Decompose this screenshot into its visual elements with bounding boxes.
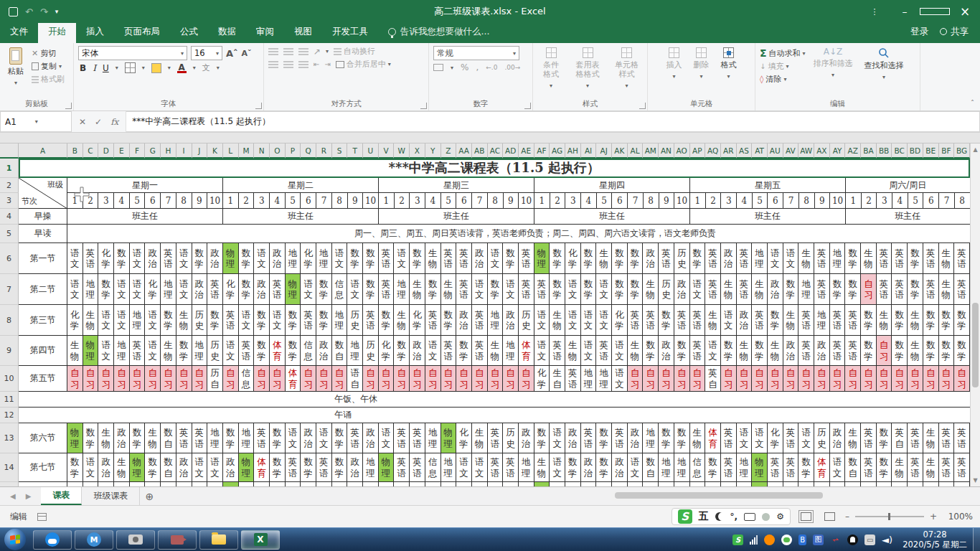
schedule-cell[interactable]: 数 学 — [643, 336, 659, 366]
column-header-AJ[interactable]: AJ — [596, 143, 612, 159]
ribbon-tab-开发工具[interactable]: 开发工具 — [322, 22, 378, 43]
cell-styles-button[interactable]: 单元格样式▾ — [611, 46, 643, 99]
schedule-cell[interactable]: 政 治 — [565, 423, 581, 453]
schedule-cell[interactable]: 体 育 — [270, 336, 286, 366]
schedule-cell[interactable]: 地 理 — [643, 423, 659, 453]
schedule-cell[interactable]: 地 理 — [737, 453, 753, 482]
zoom-percentage[interactable]: 100% — [943, 512, 973, 522]
schedule-cell[interactable]: 语 文 — [332, 243, 348, 274]
period-label[interactable]: 第三节 — [19, 305, 67, 336]
schedule-cell[interactable]: 英 语 — [752, 305, 768, 336]
schedule-cell[interactable]: 自 习 — [768, 366, 783, 392]
schedule-cell[interactable]: 语 文 — [145, 336, 161, 366]
horizontal-scrollbar[interactable] — [611, 491, 970, 501]
column-header-AQ[interactable]: AQ — [705, 143, 721, 159]
schedule-cell[interactable]: 信 息 — [301, 336, 316, 366]
schedule-cell[interactable]: 数 学 — [628, 274, 644, 305]
schedule-cell[interactable]: 语 文 — [301, 274, 316, 305]
schedule-cell[interactable]: 地 理 — [83, 274, 99, 305]
schedule-cell[interactable]: 英 语 — [768, 453, 783, 482]
schedule-cell[interactable]: 自 习 — [379, 366, 395, 392]
horizontal-scroll-thumb[interactable] — [615, 492, 823, 499]
corner-class-period-cell[interactable]: 班级节次 — [19, 178, 67, 209]
scroll-up-icon[interactable]: ▲ — [971, 143, 980, 153]
column-header-AX[interactable]: AX — [814, 143, 830, 159]
network-signal-icon[interactable] — [750, 535, 758, 545]
schedule-cell[interactable]: 信 息 — [425, 453, 441, 482]
schedule-cell[interactable]: 地 理 — [192, 336, 208, 366]
schedule-cell[interactable]: 英 语 — [954, 423, 970, 453]
period-number[interactable]: 2 — [550, 193, 566, 209]
schedule-cell[interactable]: 英 语 — [830, 305, 846, 336]
lunch-row[interactable]: 午饭、午休 — [19, 392, 970, 408]
confirm-entry-icon[interactable]: ✓ — [95, 117, 102, 127]
schedule-cell[interactable]: 地 理 — [488, 305, 504, 336]
schedule-cell[interactable]: 英 语 — [939, 423, 955, 453]
schedule-cell[interactable]: 自 习 — [628, 366, 644, 392]
increase-font-icon[interactable]: Aˆ — [226, 48, 238, 59]
schedule-cell[interactable]: 语 文 — [705, 336, 721, 366]
schedule-cell[interactable]: 语 文 — [721, 305, 737, 336]
schedule-cell[interactable]: 化 学 — [301, 243, 316, 274]
schedule-cell[interactable]: 英 语 — [954, 243, 970, 274]
period-number[interactable]: 4 — [270, 193, 286, 209]
schedule-cell[interactable]: 地 理 — [503, 336, 519, 366]
schedule-cell[interactable]: 英 语 — [410, 423, 425, 453]
schedule-cell[interactable]: 政 治 — [223, 453, 239, 482]
prev-sheet-icon[interactable]: ◀ — [10, 492, 16, 500]
ime-punct-icon[interactable]: °, — [730, 512, 738, 522]
new-sheet-button[interactable]: ⊕ — [140, 487, 159, 505]
schedule-cell[interactable]: 英 语 — [176, 423, 192, 453]
schedule-cell[interactable]: 地 理 — [332, 305, 348, 336]
schedule-cell[interactable]: 自 习 — [176, 366, 192, 392]
schedule-cell[interactable]: 数 学 — [254, 305, 270, 336]
schedule-cell[interactable]: 自 习 — [923, 366, 939, 392]
period-number[interactable]: 2 — [83, 193, 99, 209]
period-number[interactable]: 4 — [581, 193, 597, 209]
schedule-cell[interactable]: 数 学 — [612, 243, 628, 274]
schedule-cell[interactable]: 自 习 — [161, 366, 176, 392]
schedule-cell[interactable]: 数 学 — [954, 305, 970, 336]
column-header-B[interactable]: B — [67, 143, 83, 159]
schedule-cell[interactable]: 政 治 — [721, 243, 737, 274]
taskbar-excel-button[interactable]: X — [241, 530, 280, 550]
schedule-cell[interactable]: 信 息 — [690, 453, 706, 482]
schedule-cell[interactable]: 数 学 — [581, 243, 597, 274]
schedule-cell[interactable]: 政 治 — [814, 336, 830, 366]
schedule-cell[interactable]: 数 学 — [939, 305, 955, 336]
period-number[interactable]: 2 — [239, 193, 255, 209]
maximize-button[interactable] — [920, 0, 950, 23]
schedule-cell[interactable]: 语 文 — [67, 274, 83, 305]
column-header-G[interactable]: G — [145, 143, 161, 159]
period-number[interactable]: 7 — [472, 193, 488, 209]
schedule-cell[interactable]: 历 史 — [659, 274, 674, 305]
schedule-cell[interactable]: 化 学 — [534, 366, 550, 392]
spreadsheet-grid[interactable]: ABCDEFGHIJKLMNOPQRSTUVWXYZAAABACADAEAFAG… — [0, 143, 970, 486]
align-right-icon[interactable] — [298, 61, 308, 68]
schedule-cell[interactable]: 英 语 — [892, 274, 908, 305]
row-header-6[interactable]: 6 — [0, 243, 19, 274]
period-number[interactable]: 1 — [534, 193, 550, 209]
schedule-cell[interactable]: 语 文 — [565, 274, 581, 305]
next-sheet-icon[interactable]: ▶ — [26, 492, 32, 500]
schedule-cell[interactable]: 语 文 — [425, 336, 441, 366]
schedule-cell[interactable]: 英 语 — [705, 274, 721, 305]
schedule-cell[interactable]: 地 理 — [596, 366, 612, 392]
alignment-dialog-launcher[interactable] — [420, 103, 427, 109]
row-header-5[interactable]: 5 — [0, 225, 19, 243]
schedule-cell[interactable]: 数 学 — [332, 453, 348, 482]
schedule-cell[interactable]: 生 物 — [877, 305, 892, 336]
schedule-cell[interactable]: 自 习 — [301, 366, 316, 392]
schedule-cell[interactable]: 英 语 — [223, 305, 239, 336]
schedule-cell[interactable]: 英 语 — [845, 305, 861, 336]
fill-color-icon[interactable] — [151, 63, 161, 73]
column-header-BC[interactable]: BC — [892, 143, 908, 159]
period-number[interactable]: 3 — [565, 193, 581, 209]
column-header-D[interactable]: D — [98, 143, 114, 159]
schedule-cell[interactable]: 化 学 — [565, 243, 581, 274]
column-header-I[interactable]: I — [176, 143, 192, 159]
styles-dialog-launcher[interactable] — [639, 103, 646, 109]
vertical-scrollbar[interactable]: ▲ ▼ — [970, 143, 980, 486]
schedule-cell[interactable]: 英 语 — [845, 336, 861, 366]
schedule-cell[interactable]: 数 学 — [534, 423, 550, 453]
